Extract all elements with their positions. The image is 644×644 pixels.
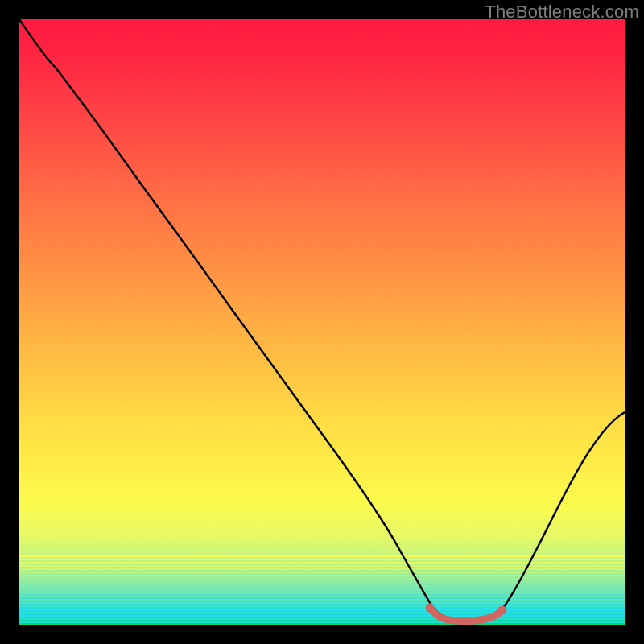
chart-curve-svg [19,19,625,625]
highlight-start-dot [426,604,435,613]
chart-area [19,19,625,625]
bottleneck-curve [19,19,625,621]
watermark-text: TheBottleneck.com [485,2,639,23]
highlight-end-dot [498,606,507,615]
highlight-min-region [430,608,502,621]
